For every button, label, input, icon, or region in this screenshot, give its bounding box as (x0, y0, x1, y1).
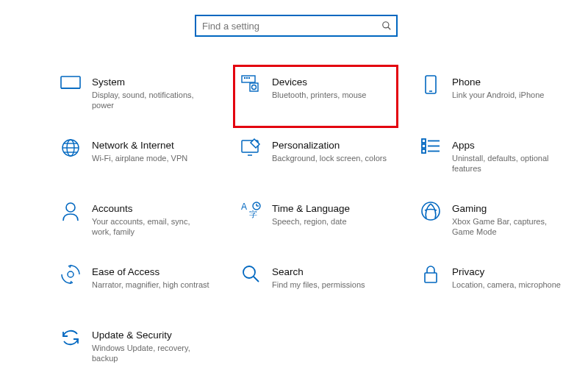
accounts-icon (58, 201, 83, 223)
tile-subtitle: Speech, region, date (272, 216, 350, 227)
tile-title: Gaming (452, 202, 570, 216)
svg-point-6 (247, 78, 248, 79)
tile-title: Devices (272, 76, 366, 89)
svg-text:A: A (241, 202, 247, 212)
settings-grid: System Display, sound, notifications, po… (53, 65, 559, 370)
apps-icon (418, 138, 443, 160)
tile-subtitle: Wi-Fi, airplane mode, VPN (92, 153, 187, 164)
privacy-icon (418, 264, 443, 286)
devices-icon (238, 74, 263, 96)
tile-phone[interactable]: Phone Link your Android, iPhone (413, 65, 578, 128)
svg-line-34 (254, 277, 259, 282)
gaming-icon (418, 201, 443, 223)
tile-title: Accounts (92, 202, 209, 216)
tile-title: System (92, 76, 209, 89)
time-language-icon: A 字 (238, 201, 263, 223)
tile-title: Apps (452, 139, 570, 152)
tile-privacy[interactable]: Privacy Location, camera, microphone (413, 255, 578, 318)
search-input[interactable] (195, 15, 398, 37)
tile-subtitle: Find my files, permissions (272, 280, 365, 291)
svg-point-33 (243, 266, 255, 278)
ease-of-access-icon (58, 264, 83, 286)
tile-title: Ease of Access (92, 266, 209, 279)
tile-network[interactable]: Network & Internet Wi-Fi, airplane mode,… (53, 128, 218, 191)
svg-point-25 (66, 203, 75, 212)
tile-apps[interactable]: Apps Uninstall, defaults, optional featu… (413, 128, 578, 191)
search-tile-icon (238, 264, 263, 286)
tile-search[interactable]: Search Find my files, permissions (233, 255, 398, 318)
update-icon (58, 327, 83, 349)
personalization-icon (238, 138, 263, 160)
svg-point-5 (245, 78, 245, 79)
svg-rect-4 (242, 76, 255, 82)
svg-point-9 (252, 85, 257, 90)
svg-rect-21 (422, 144, 426, 148)
search-container (195, 15, 398, 37)
tile-title: Phone (452, 76, 544, 89)
tile-subtitle: Link your Android, iPhone (452, 90, 544, 101)
tile-time-language[interactable]: A 字 Time & Language Speech, region, date (233, 191, 398, 255)
tile-title: Privacy (452, 266, 561, 279)
tile-subtitle: Narrator, magnifier, high contrast (92, 280, 209, 291)
phone-icon (418, 74, 443, 96)
tile-title: Search (272, 266, 365, 279)
tile-title: Network & Internet (92, 139, 187, 152)
tile-subtitle: Windows Update, recovery, backup (92, 343, 209, 365)
tile-personalization[interactable]: Personalization Background, lock screen,… (233, 128, 398, 191)
network-icon (58, 138, 83, 160)
svg-rect-19 (422, 139, 426, 143)
tile-subtitle: Uninstall, defaults, optional features (452, 153, 570, 175)
tile-system[interactable]: System Display, sound, notifications, po… (53, 65, 218, 128)
tile-title: Personalization (272, 139, 387, 152)
svg-text:字: 字 (249, 210, 257, 218)
tile-title: Time & Language (272, 202, 350, 216)
tile-subtitle: Background, lock screen, colors (272, 153, 387, 164)
tile-ease-of-access[interactable]: Ease of Access Narrator, magnifier, high… (53, 255, 218, 318)
tile-title: Update & Security (92, 329, 209, 342)
svg-point-32 (68, 271, 74, 277)
system-icon (58, 74, 83, 96)
tile-subtitle: Bluetooth, printers, mouse (272, 90, 366, 101)
svg-rect-8 (250, 83, 258, 91)
svg-rect-23 (422, 149, 426, 153)
tile-subtitle: Display, sound, notifications, power (92, 90, 209, 112)
svg-point-31 (422, 202, 440, 220)
tile-update-security[interactable]: Update & Security Windows Update, recove… (53, 318, 218, 370)
tile-subtitle: Xbox Game Bar, captures, Game Mode (452, 216, 570, 238)
tile-subtitle: Your accounts, email, sync, work, family (92, 216, 209, 238)
tile-subtitle: Location, camera, microphone (452, 280, 561, 291)
svg-point-7 (249, 78, 250, 79)
tile-devices[interactable]: Devices Bluetooth, printers, mouse (233, 65, 398, 128)
tile-accounts[interactable]: Accounts Your accounts, email, sync, wor… (53, 191, 218, 255)
svg-rect-35 (425, 273, 437, 282)
svg-rect-2 (61, 77, 80, 88)
tile-gaming[interactable]: Gaming Xbox Game Bar, captures, Game Mod… (413, 191, 578, 255)
